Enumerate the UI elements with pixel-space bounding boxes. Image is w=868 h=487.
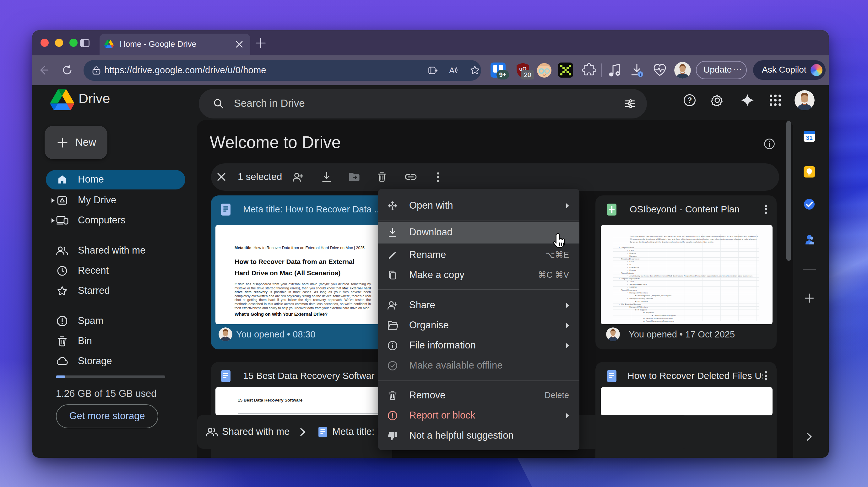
svg-text:?: ?	[687, 96, 692, 104]
svg-text:i: i	[640, 72, 641, 77]
svg-text:A: A	[449, 66, 455, 75]
svg-text:31: 31	[806, 134, 813, 141]
